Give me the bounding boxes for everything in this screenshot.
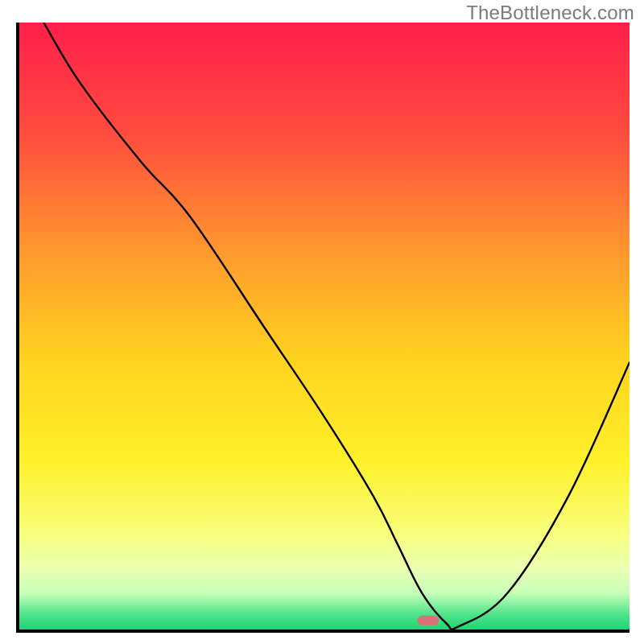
chart-axes-frame: [16, 23, 630, 633]
watermark-text: TheBottleneck.com: [466, 2, 634, 24]
